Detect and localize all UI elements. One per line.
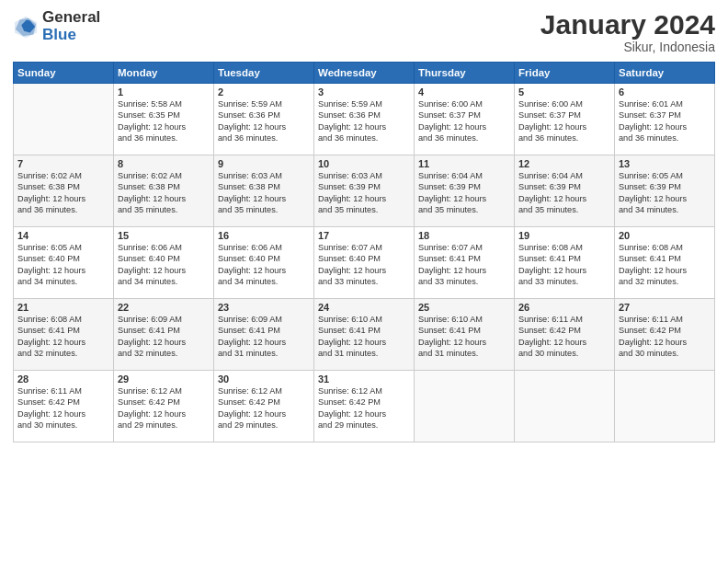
day-number: 6 [619, 86, 711, 98]
col-wednesday: Wednesday [314, 63, 415, 84]
calendar-cell: 8Sunrise: 6:02 AM Sunset: 6:38 PM Daylig… [114, 155, 214, 227]
day-number: 27 [619, 302, 711, 313]
day-number: 4 [418, 86, 510, 98]
day-number: 19 [518, 230, 610, 241]
calendar-cell: 17Sunrise: 6:07 AM Sunset: 6:40 PM Dayli… [314, 227, 415, 299]
calendar-week-2: 14Sunrise: 6:05 AM Sunset: 6:40 PM Dayli… [14, 227, 715, 299]
day-number: 3 [318, 86, 410, 98]
day-info: Sunrise: 6:00 AM Sunset: 6:37 PM Dayligh… [518, 98, 610, 144]
calendar-cell: 4Sunrise: 6:00 AM Sunset: 6:37 PM Daylig… [415, 84, 515, 155]
calendar-cell: 21Sunrise: 6:08 AM Sunset: 6:41 PM Dayli… [14, 299, 114, 371]
calendar-cell: 20Sunrise: 6:08 AM Sunset: 6:41 PM Dayli… [615, 227, 715, 299]
day-number: 25 [418, 302, 510, 313]
day-info: Sunrise: 6:05 AM Sunset: 6:39 PM Dayligh… [619, 170, 711, 216]
location: Sikur, Indonesia [540, 40, 715, 54]
day-info: Sunrise: 6:08 AM Sunset: 6:41 PM Dayligh… [518, 242, 610, 288]
day-info: Sunrise: 6:08 AM Sunset: 6:41 PM Dayligh… [619, 242, 711, 288]
day-number: 5 [518, 86, 610, 98]
logo-icon [13, 14, 39, 40]
day-number: 11 [418, 158, 510, 169]
calendar-week-3: 21Sunrise: 6:08 AM Sunset: 6:41 PM Dayli… [14, 299, 715, 371]
day-info: Sunrise: 6:02 AM Sunset: 6:38 PM Dayligh… [17, 170, 109, 216]
calendar-cell: 1Sunrise: 5:58 AM Sunset: 6:35 PM Daylig… [114, 84, 214, 155]
calendar-cell: 14Sunrise: 6:05 AM Sunset: 6:40 PM Dayli… [14, 227, 114, 299]
day-info: Sunrise: 6:12 AM Sunset: 6:42 PM Dayligh… [318, 385, 410, 431]
calendar-table: Sunday Monday Tuesday Wednesday Thursday… [13, 62, 715, 442]
calendar-cell [615, 371, 715, 442]
calendar-cell: 28Sunrise: 6:11 AM Sunset: 6:42 PM Dayli… [14, 371, 114, 442]
col-monday: Monday [114, 63, 214, 84]
calendar-cell: 18Sunrise: 6:07 AM Sunset: 6:41 PM Dayli… [415, 227, 515, 299]
day-number: 22 [118, 302, 210, 313]
day-info: Sunrise: 5:59 AM Sunset: 6:36 PM Dayligh… [218, 98, 310, 144]
calendar-cell: 22Sunrise: 6:09 AM Sunset: 6:41 PM Dayli… [114, 299, 214, 371]
logo-text: General Blue [42, 9, 100, 43]
day-number: 13 [619, 158, 711, 169]
calendar-week-4: 28Sunrise: 6:11 AM Sunset: 6:42 PM Dayli… [14, 371, 715, 442]
calendar-cell: 31Sunrise: 6:12 AM Sunset: 6:42 PM Dayli… [314, 371, 415, 442]
calendar-cell: 12Sunrise: 6:04 AM Sunset: 6:39 PM Dayli… [515, 155, 615, 227]
calendar-cell: 24Sunrise: 6:10 AM Sunset: 6:41 PM Dayli… [314, 299, 415, 371]
day-info: Sunrise: 6:01 AM Sunset: 6:37 PM Dayligh… [619, 98, 711, 144]
day-number: 12 [518, 158, 610, 169]
day-number: 16 [218, 230, 310, 241]
day-info: Sunrise: 6:02 AM Sunset: 6:38 PM Dayligh… [118, 170, 210, 216]
day-info: Sunrise: 5:58 AM Sunset: 6:35 PM Dayligh… [118, 98, 210, 144]
day-info: Sunrise: 6:06 AM Sunset: 6:40 PM Dayligh… [218, 242, 310, 288]
day-info: Sunrise: 6:08 AM Sunset: 6:41 PM Dayligh… [17, 314, 109, 360]
calendar-cell: 16Sunrise: 6:06 AM Sunset: 6:40 PM Dayli… [214, 227, 314, 299]
day-number: 8 [118, 158, 210, 169]
day-info: Sunrise: 6:04 AM Sunset: 6:39 PM Dayligh… [518, 170, 610, 216]
col-saturday: Saturday [615, 63, 715, 84]
calendar-cell: 30Sunrise: 6:12 AM Sunset: 6:42 PM Dayli… [214, 371, 314, 442]
day-number: 31 [318, 373, 410, 385]
day-number: 15 [118, 230, 210, 241]
day-info: Sunrise: 6:06 AM Sunset: 6:40 PM Dayligh… [118, 242, 210, 288]
calendar-cell [515, 371, 615, 442]
day-number: 20 [619, 230, 711, 241]
calendar-cell: 27Sunrise: 6:11 AM Sunset: 6:42 PM Dayli… [615, 299, 715, 371]
day-info: Sunrise: 6:07 AM Sunset: 6:41 PM Dayligh… [418, 242, 510, 288]
calendar-cell: 10Sunrise: 6:03 AM Sunset: 6:39 PM Dayli… [314, 155, 415, 227]
day-number: 30 [218, 373, 310, 385]
calendar-cell: 5Sunrise: 6:00 AM Sunset: 6:37 PM Daylig… [515, 84, 615, 155]
day-number: 29 [118, 373, 210, 385]
day-info: Sunrise: 6:09 AM Sunset: 6:41 PM Dayligh… [118, 314, 210, 360]
day-number: 7 [17, 158, 109, 169]
day-info: Sunrise: 6:03 AM Sunset: 6:38 PM Dayligh… [218, 170, 310, 216]
calendar-cell: 15Sunrise: 6:06 AM Sunset: 6:40 PM Dayli… [114, 227, 214, 299]
day-info: Sunrise: 6:12 AM Sunset: 6:42 PM Dayligh… [218, 385, 310, 431]
day-info: Sunrise: 6:10 AM Sunset: 6:41 PM Dayligh… [418, 314, 510, 360]
day-number: 23 [218, 302, 310, 313]
day-number: 28 [17, 373, 109, 385]
day-number: 24 [318, 302, 410, 313]
day-info: Sunrise: 6:10 AM Sunset: 6:41 PM Dayligh… [318, 314, 410, 360]
col-friday: Friday [515, 63, 615, 84]
title-section: January 2024 Sikur, Indonesia [540, 9, 715, 54]
calendar-cell: 29Sunrise: 6:12 AM Sunset: 6:42 PM Dayli… [114, 371, 214, 442]
header-row: Sunday Monday Tuesday Wednesday Thursday… [14, 63, 715, 84]
month-title: January 2024 [540, 9, 715, 40]
day-info: Sunrise: 6:07 AM Sunset: 6:40 PM Dayligh… [318, 242, 410, 288]
calendar-cell [415, 371, 515, 442]
day-info: Sunrise: 6:04 AM Sunset: 6:39 PM Dayligh… [418, 170, 510, 216]
logo-general-text: General [42, 9, 100, 27]
calendar-cell [14, 84, 114, 155]
day-number: 10 [318, 158, 410, 169]
calendar-cell: 23Sunrise: 6:09 AM Sunset: 6:41 PM Dayli… [214, 299, 314, 371]
col-thursday: Thursday [415, 63, 515, 84]
page: General Blue January 2024 Sikur, Indones… [0, 0, 728, 563]
col-tuesday: Tuesday [214, 63, 314, 84]
day-number: 17 [318, 230, 410, 241]
day-number: 1 [118, 86, 210, 98]
day-info: Sunrise: 6:11 AM Sunset: 6:42 PM Dayligh… [619, 314, 711, 360]
day-number: 2 [218, 86, 310, 98]
day-info: Sunrise: 6:00 AM Sunset: 6:37 PM Dayligh… [418, 98, 510, 144]
calendar-cell: 7Sunrise: 6:02 AM Sunset: 6:38 PM Daylig… [14, 155, 114, 227]
day-info: Sunrise: 5:59 AM Sunset: 6:36 PM Dayligh… [318, 98, 410, 144]
calendar-cell: 25Sunrise: 6:10 AM Sunset: 6:41 PM Dayli… [415, 299, 515, 371]
logo-blue-text: Blue [42, 27, 100, 44]
calendar-week-0: 1Sunrise: 5:58 AM Sunset: 6:35 PM Daylig… [14, 84, 715, 155]
day-number: 18 [418, 230, 510, 241]
col-sunday: Sunday [14, 63, 114, 84]
